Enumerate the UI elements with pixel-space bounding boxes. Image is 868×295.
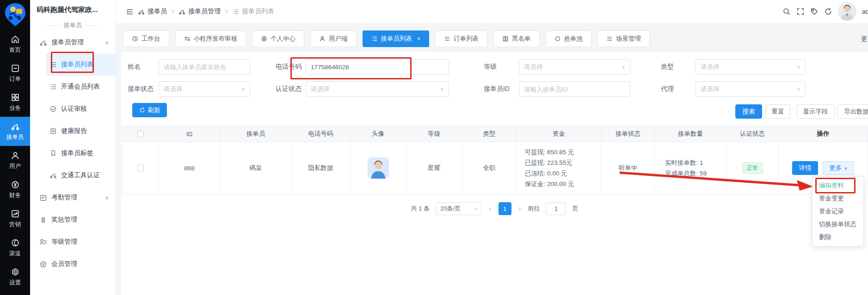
fullscreen-icon[interactable] [796, 7, 805, 16]
type-select[interactable]: 请选择 ∨ [696, 59, 806, 75]
sidebar-item-courier-tags[interactable]: 接单员标签 [30, 142, 115, 164]
rail-item-home[interactable]: 首页 [0, 30, 30, 59]
sidebar-item-member-management[interactable]: 会员管理 [30, 253, 115, 275]
breadcrumb-item-courier-management[interactable]: 接单员管理 [179, 7, 221, 16]
level-select[interactable]: 请选择 ∨ [519, 59, 630, 75]
search-button[interactable]: 搜索 [735, 104, 762, 119]
sidebar-item-reward-punishment[interactable]: 奖惩管理 [30, 209, 115, 231]
rail-item-marketing[interactable]: 营销 [0, 204, 30, 233]
cell-funds: 可提现: 650.85 元 已提现: 223.55元 已冻结: 0.00 元 保… [517, 142, 602, 194]
sidebar-item-vehicle-certification[interactable]: 交通工具认证 [30, 164, 115, 187]
rail-label: 业务 [9, 104, 21, 112]
rail-item-finance[interactable]: 财务 [0, 175, 30, 204]
tab-courier-list[interactable]: 接单员列表 × [363, 30, 430, 47]
menu-fold-icon[interactable] [126, 8, 134, 16]
lines-icon [444, 36, 450, 42]
rail-item-orders[interactable]: 订单 [0, 59, 30, 88]
sidebar-item-health-report[interactable]: 健康报告 [30, 120, 115, 142]
tab-workbench[interactable]: 工作台 [123, 30, 169, 47]
tab-personal-center[interactable]: 个人中心 [252, 30, 304, 47]
field-label: 接单状态 [128, 85, 159, 93]
reset-button[interactable]: 重置 [765, 104, 790, 119]
trend-chart-icon [11, 209, 20, 218]
courier-id-input[interactable] [524, 86, 625, 93]
courier-avatar[interactable] [368, 157, 389, 179]
close-icon[interactable]: × [417, 36, 420, 42]
select-placeholder: 请选择 [164, 85, 183, 93]
rail-item-couriers[interactable]: 接单员 [0, 117, 30, 146]
sidebar-item-level-management[interactable]: 等级管理 [30, 231, 115, 253]
refresh-button[interactable]: 刷新 [132, 103, 167, 117]
username[interactable]: adm [862, 8, 868, 15]
sidebar-item-attendance-management[interactable]: 考勤管理 ∨ [30, 187, 115, 209]
menu-item-edit-profile[interactable]: 编辑资料 [813, 179, 863, 192]
rail-item-business[interactable]: 业务 [0, 88, 30, 117]
rail-item-users[interactable]: 用户 [0, 146, 30, 175]
search-icon[interactable] [782, 7, 791, 16]
detail-button[interactable]: 详情 [792, 161, 818, 175]
app-logo[interactable] [0, 0, 30, 30]
select-placeholder: 请选择 [701, 85, 720, 93]
lines-icon [606, 36, 613, 42]
menu-item-fund-record[interactable]: 资金记录 [813, 205, 863, 218]
home-icon [11, 35, 20, 44]
rail-item-settings[interactable]: 设置 [0, 262, 30, 291]
tab-blacklist[interactable]: 黑名单 [493, 30, 540, 47]
column-header-funds: 资金 [517, 126, 602, 142]
row-checkbox[interactable] [137, 165, 144, 171]
cell-order-status: 听单中 [602, 142, 655, 194]
order-status-select[interactable]: 请选择 ∨ [159, 81, 250, 97]
phone-input[interactable] [311, 64, 444, 71]
sidebar-item-label: 开通会员列表 [61, 83, 100, 91]
table-row: 868 碼皇 隐私数据 星耀 全职 可提现: 650.85 元 已提现: 223… [123, 142, 868, 194]
auth-status-select[interactable]: 请选择 ∨ [306, 81, 449, 97]
tabs-more-button[interactable]: 更 [861, 35, 868, 43]
funds-withdrawable: 可提现: 650.85 元 [525, 147, 574, 157]
tab-user-client[interactable]: 用户端 [310, 30, 357, 47]
menu-item-delete[interactable]: 删除 [813, 231, 863, 244]
tab-order-pool[interactable]: 抢单池 [546, 30, 592, 47]
refresh-icon[interactable] [824, 7, 832, 16]
pagination: 共 1 条 20条/页 ∨ ‹ 1 › 前往 页 [121, 202, 868, 216]
tab-order-list[interactable]: 订单列表 [435, 30, 487, 47]
tag-icon[interactable] [810, 7, 819, 16]
channel-icon [11, 238, 20, 247]
select-all-checkbox[interactable] [137, 131, 144, 137]
list-icon [371, 36, 378, 42]
goto-page-input[interactable] [546, 202, 566, 215]
chevron-down-icon: ∨ [440, 86, 444, 92]
chevron-up-icon: ∧ [105, 40, 109, 46]
tab-miniprogram-review[interactable]: 小程序发布审核 [175, 30, 246, 47]
export-data-button[interactable]: 导出数据 [837, 104, 868, 119]
breadcrumb-item-courier[interactable]: 接单员 [138, 7, 167, 16]
breadcrumb-label: 接单员列表 [242, 7, 274, 16]
sidebar-item-courier-management[interactable]: 接单员管理 ∧ [30, 31, 115, 54]
agent-select[interactable]: 请选择 ∨ [696, 81, 806, 97]
tabs-bar: 工作台 小程序发布审核 个人中心 用户端 接单员列表 × 订单列表 黑名单 [116, 23, 868, 52]
chevron-down-icon: ∨ [105, 195, 109, 201]
tab-scene-management[interactable]: 场景管理 [597, 30, 650, 47]
user-avatar[interactable] [838, 2, 856, 21]
sidebar-item-label: 认证审核 [61, 105, 87, 113]
next-page-icon[interactable]: › [517, 204, 522, 213]
menu-item-switch-order-status[interactable]: 切换接单状态 [813, 218, 863, 231]
show-fields-button[interactable]: 显示字段 [796, 104, 835, 119]
tab-label: 黑名单 [512, 35, 531, 43]
total-count: 共 1 条 [411, 205, 430, 213]
sidebar-item-courier-list[interactable]: 接单员列表 [46, 54, 115, 76]
select-placeholder: 请选择 [701, 63, 720, 71]
sidebar-item-label: 接单员列表 [61, 60, 93, 69]
sidebar-item-certification-review[interactable]: 认证审核 [30, 98, 115, 120]
more-button[interactable]: 更多 ∨ [823, 161, 854, 175]
column-header-level: 等级 [406, 126, 462, 142]
column-header-avatar: 头像 [351, 126, 406, 142]
page-number-active[interactable]: 1 [499, 202, 511, 215]
prev-page-icon[interactable]: ‹ [488, 204, 492, 213]
page-size-select[interactable]: 20条/页 ∨ [436, 202, 482, 215]
name-input[interactable] [164, 64, 245, 71]
menu-item-fund-change[interactable]: 资金变更 [813, 192, 863, 205]
sidebar-item-label: 等级管理 [51, 238, 77, 246]
page-size-value: 20条/页 [440, 205, 461, 213]
rail-item-channels[interactable]: 渠道 [0, 233, 30, 262]
sidebar-item-member-open-list[interactable]: 开通会员列表 [30, 76, 115, 98]
